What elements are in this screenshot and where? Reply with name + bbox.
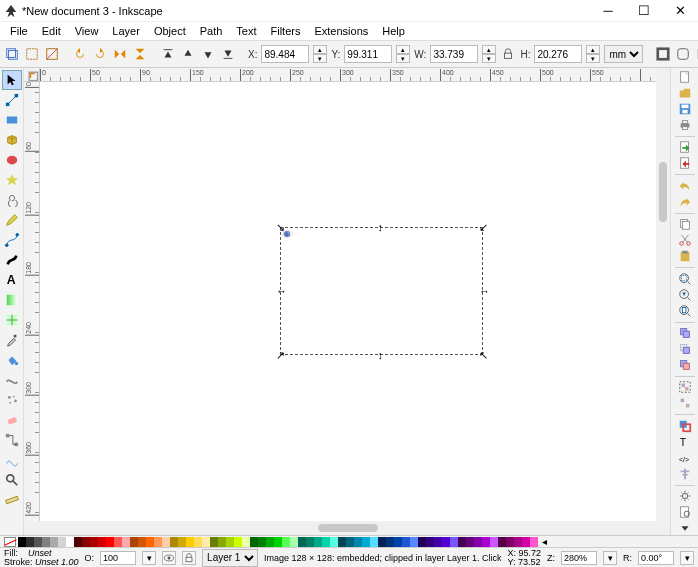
swatch[interactable]: [290, 537, 298, 547]
selection-handle-e[interactable]: ↔: [479, 287, 487, 295]
w-input[interactable]: [430, 45, 478, 63]
swatch[interactable]: [362, 537, 370, 547]
units-select[interactable]: mm: [604, 45, 643, 63]
rotation-spinner[interactable]: ▾: [680, 551, 694, 565]
duplicate-icon[interactable]: [675, 326, 695, 340]
selection-handle-nw[interactable]: ↘: [276, 223, 284, 231]
swatch[interactable]: [258, 537, 266, 547]
swatch[interactable]: [250, 537, 258, 547]
swatch[interactable]: [18, 537, 26, 547]
selection-handle-w[interactable]: ↔: [276, 287, 284, 295]
x-spinner[interactable]: ▴▾: [313, 45, 327, 63]
selection-handle-ne[interactable]: ↙: [479, 223, 487, 231]
swatch[interactable]: [202, 537, 210, 547]
swatch[interactable]: [530, 537, 538, 547]
clone-icon[interactable]: [675, 342, 695, 356]
zoom-selection-icon[interactable]: [675, 272, 695, 286]
measure-tool[interactable]: [2, 490, 22, 510]
swatch[interactable]: [266, 537, 274, 547]
scale-stroke-icon[interactable]: [655, 45, 671, 63]
swatch[interactable]: [394, 537, 402, 547]
swatch[interactable]: [114, 537, 122, 547]
swatch[interactable]: [210, 537, 218, 547]
more-icon[interactable]: [675, 521, 695, 535]
menu-file[interactable]: File: [4, 23, 34, 39]
swatch[interactable]: [154, 537, 162, 547]
ellipse-tool[interactable]: [2, 150, 22, 170]
maximize-button[interactable]: ☐: [626, 0, 662, 22]
node-tool[interactable]: [2, 90, 22, 110]
h-input[interactable]: [534, 45, 582, 63]
gradient-tool[interactable]: [2, 290, 22, 310]
no-color-swatch[interactable]: [4, 537, 16, 547]
zoom-page-icon[interactable]: [675, 304, 695, 318]
zoom-drawing-icon[interactable]: [675, 288, 695, 302]
bezier-tool[interactable]: [2, 230, 22, 250]
swatch[interactable]: [138, 537, 146, 547]
h-spinner[interactable]: ▴▾: [586, 45, 600, 63]
zoom-tool[interactable]: [2, 470, 22, 490]
swatch[interactable]: [426, 537, 434, 547]
swatch[interactable]: [26, 537, 34, 547]
layer-select[interactable]: Layer 1: [202, 549, 258, 567]
swatch[interactable]: [146, 537, 154, 547]
swatch[interactable]: [330, 537, 338, 547]
text-dialog-icon[interactable]: T: [675, 435, 695, 449]
cut-icon[interactable]: [675, 233, 695, 247]
lpe-tool[interactable]: [2, 450, 22, 470]
swatch[interactable]: [82, 537, 90, 547]
swatch[interactable]: [418, 537, 426, 547]
selection-handle-se[interactable]: ↖: [479, 351, 487, 359]
swatch[interactable]: [130, 537, 138, 547]
swatch[interactable]: [98, 537, 106, 547]
swatch[interactable]: [506, 537, 514, 547]
mesh-tool[interactable]: [2, 310, 22, 330]
swatch[interactable]: [474, 537, 482, 547]
print-icon[interactable]: [675, 118, 695, 132]
open-icon[interactable]: [675, 86, 695, 100]
swatch[interactable]: [242, 537, 250, 547]
swatch[interactable]: [522, 537, 530, 547]
rect-tool[interactable]: [2, 110, 22, 130]
spiral-tool[interactable]: [2, 190, 22, 210]
rotate-cw-icon[interactable]: [92, 45, 108, 63]
scrollbar-horizontal[interactable]: [40, 521, 656, 535]
swatch[interactable]: [298, 537, 306, 547]
select-all-layers-icon[interactable]: [4, 45, 20, 63]
group-icon[interactable]: [675, 380, 695, 394]
bucket-tool[interactable]: [2, 350, 22, 370]
swatch[interactable]: [442, 537, 450, 547]
raise-top-icon[interactable]: [160, 45, 176, 63]
ungroup-icon[interactable]: [675, 396, 695, 410]
lower-bottom-icon[interactable]: [220, 45, 236, 63]
menu-text[interactable]: Text: [230, 23, 262, 39]
swatch[interactable]: [186, 537, 194, 547]
menu-filters[interactable]: Filters: [265, 23, 307, 39]
redo-icon[interactable]: [675, 195, 695, 209]
tweak-tool[interactable]: [2, 370, 22, 390]
swatch[interactable]: [498, 537, 506, 547]
fill-stroke-icon[interactable]: [675, 419, 695, 433]
menu-help[interactable]: Help: [376, 23, 411, 39]
swatch[interactable]: [234, 537, 242, 547]
rotate-ccw-icon[interactable]: [72, 45, 88, 63]
prefs-icon[interactable]: [675, 489, 695, 503]
unlink-clone-icon[interactable]: [675, 358, 695, 372]
menu-path[interactable]: Path: [194, 23, 229, 39]
rotation-input[interactable]: [638, 551, 674, 565]
connector-tool[interactable]: [2, 430, 22, 450]
selector-tool[interactable]: [2, 70, 22, 90]
opacity-spinner[interactable]: ▾: [142, 551, 156, 565]
swatch[interactable]: [458, 537, 466, 547]
selection-handle-s[interactable]: ↕: [378, 351, 386, 359]
selection-handle-n[interactable]: ↕: [378, 223, 386, 231]
select-all-icon[interactable]: [24, 45, 40, 63]
swatch[interactable]: [402, 537, 410, 547]
swatch[interactable]: [386, 537, 394, 547]
swatch[interactable]: [370, 537, 378, 547]
pencil-tool[interactable]: [2, 210, 22, 230]
star-tool[interactable]: [2, 170, 22, 190]
menu-object[interactable]: Object: [148, 23, 192, 39]
swatch[interactable]: [314, 537, 322, 547]
swatch[interactable]: [50, 537, 58, 547]
